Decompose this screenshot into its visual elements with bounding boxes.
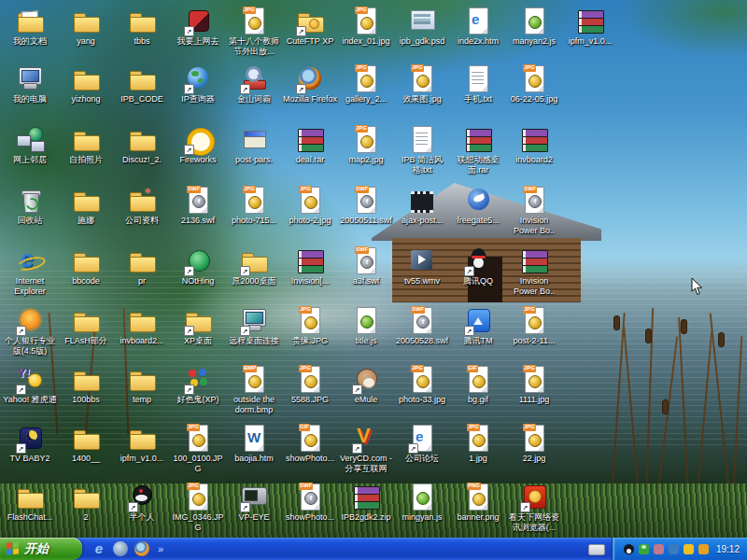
pink-app-tray-icon[interactable] <box>654 544 664 554</box>
desktop-icon[interactable]: 联想动感桌面.rar <box>450 124 506 175</box>
desktop-icon[interactable]: 1400__ <box>58 423 114 474</box>
desktop-icon[interactable]: IPB_CODE <box>114 63 170 105</box>
desktop-icon[interactable]: JPGgallery_2... <box>338 63 394 105</box>
desktop-icon[interactable]: JPGphoto-33.jpg <box>394 364 450 415</box>
desktop-icon[interactable]: freegate5... <box>450 185 506 236</box>
desktop-icon[interactable]: V↗VeryCD.com - 分享互联网 <box>338 423 394 474</box>
desktop-icon[interactable]: SWFf2136.swf <box>170 185 226 236</box>
desktop-icon[interactable]: yang <box>58 6 114 57</box>
desktop-icon[interactable]: SWFfa3f.swf <box>338 245 394 297</box>
desktop-icon[interactable]: ↗腾讯QQ <box>450 245 506 297</box>
desktop-icon[interactable]: ↗Fireworks <box>170 124 226 175</box>
desktop-icon[interactable]: Y!↗Yahoo! 雅虎通 <box>2 364 58 415</box>
desktop-icon[interactable]: FlashChat... <box>2 482 58 533</box>
desktop-icon[interactable]: Invision[... <box>282 245 338 297</box>
desktop-icon[interactable]: JPG贵缘.JPG <box>282 305 338 357</box>
desktop-icon[interactable]: GIFshowPhoto... <box>282 423 338 474</box>
desktop-icon[interactable]: tv55.wmv <box>394 245 450 297</box>
desktop-icon[interactable]: 施娜 <box>58 185 114 236</box>
desktop-icon[interactable]: JPG06-22-05.jpg <box>506 63 562 105</box>
desktop-icon[interactable]: ↗TV BABY2 <box>2 423 58 474</box>
desktop-icon[interactable]: eInternet Explorer <box>2 245 58 297</box>
gold-diamond-tray-icon[interactable] <box>698 544 709 554</box>
desktop-icon[interactable]: ↗腾讯TM <box>450 305 506 357</box>
desktop-icon[interactable]: invboard2... <box>114 305 170 357</box>
desktop-icon[interactable]: ipfm_v1.0... <box>114 423 170 474</box>
desktop-icon[interactable]: pr <box>114 245 170 297</box>
desktop-icon[interactable]: JPGpost-2-11... <box>506 305 562 357</box>
desktop-icon[interactable]: 我的文档 <box>2 6 58 57</box>
desktop-icon[interactable]: JPG第十八个教师节外出放... <box>226 6 282 57</box>
desktop-icon[interactable]: JPGphoto-2.jpg <box>282 185 338 236</box>
desktop-icon[interactable]: ↗NOtHing <box>170 245 226 297</box>
desktop-icon[interactable]: 我的电脑 <box>2 63 58 105</box>
desktop-icon[interactable]: JPGmap2.jpg <box>338 124 394 175</box>
desktop-icon[interactable]: mingyan.js <box>394 482 450 533</box>
desktop-icon[interactable]: FLAsH部分 <box>58 305 114 357</box>
internet-explorer-quicklaunch-icon[interactable]: e <box>92 541 106 556</box>
start-button[interactable]: 开始 <box>0 538 82 560</box>
desktop-icon[interactable]: ↗CuteFTP XP <box>282 6 338 57</box>
desktop-icon[interactable]: invboard2 <box>506 124 562 175</box>
desktop-icon[interactable]: ipb_gdk.psd <box>394 6 450 57</box>
qq-penguin-tray-icon[interactable] <box>624 544 634 554</box>
desktop-icon[interactable]: bbcode <box>58 245 114 297</box>
desktop-icon[interactable]: ajax-post... <box>394 185 450 236</box>
green-contact-tray-icon[interactable] <box>639 544 649 554</box>
desktop-icon[interactable]: JPGIMG_0346.JPG <box>170 482 226 533</box>
desktop-icon[interactable]: Wbaojia.htm <box>226 423 282 474</box>
desktop-icon[interactable]: ↗原2000桌面 <box>226 245 282 297</box>
desktop-icon[interactable]: e↗公司论坛 <box>394 423 450 474</box>
desktop-icon[interactable]: ↗看天下网络资讯浏览器(... <box>506 482 562 533</box>
desktop-icon[interactable]: PNGbanner.png <box>450 482 506 533</box>
desktop-icon[interactable]: SWFfInvision Power Bo.. <box>506 185 562 236</box>
desktop-icon[interactable]: JPGphoto-715... <box>226 185 282 236</box>
desktop-icon[interactable]: 自拍照片 <box>58 124 114 175</box>
desktop-icon[interactable]: JPGindex_01.jpg <box>338 6 394 57</box>
desktop-icon[interactable]: ↗好色鬼(XP) <box>170 364 226 415</box>
desktop-icon[interactable]: JPG22.jpg <box>506 423 562 474</box>
desktop-icon[interactable]: SWFfshowPhoto... <box>282 482 338 533</box>
desktop-icon[interactable]: ↗IP查询器 <box>170 63 226 105</box>
desktop-icon[interactable]: post-pars. <box>226 124 282 175</box>
yellow-face-tray-icon[interactable] <box>684 544 694 554</box>
desktop-icon[interactable]: ipfm_v1.0... <box>562 6 618 57</box>
desktop-icon[interactable]: JPG5588.JPG <box>282 364 338 415</box>
desktop-icon[interactable]: Invision Power Bo.. <box>506 245 562 297</box>
desktop-icon[interactable]: temp <box>114 364 170 415</box>
desktop-icon[interactable]: 回收站 <box>2 185 58 236</box>
desktop-icon[interactable]: 100bbs <box>58 364 114 415</box>
desktop-icon[interactable]: yizhong <box>58 63 114 105</box>
desktop-icon[interactable]: einde2x.htm <box>450 6 506 57</box>
desktop-icon[interactable]: tbbs <box>114 6 170 57</box>
desktop-icon[interactable]: ↗我要上网去 <box>170 6 226 57</box>
desktop-icon[interactable]: SWFf20050511.swf <box>338 185 394 236</box>
desktop-icon[interactable]: JPG效果图.jpg <box>394 63 450 105</box>
desktop-icon[interactable]: JPG100_0100.JPG <box>170 423 226 474</box>
desktop-icon[interactable]: ↗金山词霸 <box>226 63 282 105</box>
desktop-icon[interactable]: ↗Mozilla Firefox <box>282 63 338 105</box>
desktop-icon[interactable]: 网上邻居 <box>2 124 58 175</box>
desktop-icon[interactable]: BMPoutside the dorm.bmp <box>226 364 282 415</box>
taskbar-clock[interactable]: 19:12 <box>716 544 740 554</box>
desktop-icon[interactable]: Discuz!_2. <box>114 124 170 175</box>
keyboard-indicator-icon[interactable] <box>588 544 605 555</box>
desktop-icon[interactable]: 手机.txt <box>450 63 506 105</box>
desktop-icon[interactable]: ↗XP桌面 <box>170 305 226 357</box>
desktop-icon[interactable]: ↗VP-EYE <box>226 482 282 533</box>
quick-launch-overflow-chevron[interactable]: » <box>158 543 163 554</box>
firefox-quicklaunch-icon[interactable] <box>134 541 149 556</box>
desktop-icon[interactable]: deal.rar <box>282 124 338 175</box>
blue-app-tray-icon[interactable] <box>669 544 679 554</box>
desktop-icon[interactable]: title.js <box>338 305 394 357</box>
desktop-icon[interactable]: ✶公司资料 <box>114 185 170 236</box>
desktop-icon[interactable]: manyan2.js <box>506 6 562 57</box>
desktop-icon[interactable]: ↗半个人 <box>114 482 170 533</box>
desktop-icon[interactable]: JPG1.jpg <box>450 423 506 474</box>
desktop-icon[interactable]: ↗eMule <box>338 364 394 415</box>
desktop-icon[interactable]: ↗个人银行专业版(4.5版) <box>2 305 58 357</box>
desktop-icon[interactable]: GIFbg.gif <box>450 364 506 415</box>
desktop-icon[interactable]: IPB2gdk2.zip <box>338 482 394 533</box>
desktop-icon[interactable]: SWFf20050528.swf <box>394 305 450 357</box>
desktop-icon[interactable]: ↗远程桌面连接 <box>226 305 282 357</box>
